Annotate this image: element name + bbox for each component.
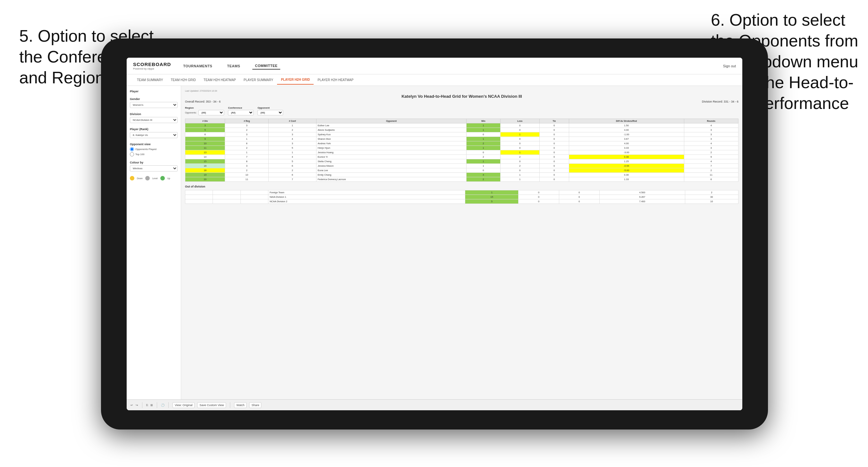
- toolbar-redo[interactable]: ↪: [136, 404, 138, 407]
- opponent-view-radio-group: Opponents Played Top 100: [130, 147, 178, 156]
- table-cell: 0: [540, 123, 569, 128]
- ood-table-cell: 5: [465, 199, 519, 204]
- ood-table-cell: [241, 195, 268, 199]
- toolbar-clock[interactable]: 🕐: [161, 404, 164, 407]
- table-cell: 4: [467, 173, 500, 177]
- legend-level-label: Level: [152, 177, 158, 180]
- toolbar-sep3: [168, 402, 169, 408]
- colour-by-section: Colour by Win/loss: [130, 161, 178, 172]
- table-cell: 4.00: [569, 142, 684, 146]
- ood-table-row: NCAA Division 25007.40010: [185, 199, 739, 204]
- nav-tournaments[interactable]: TOURNAMENTS: [181, 63, 215, 69]
- colour-by-select[interactable]: Win/loss: [130, 165, 178, 172]
- table-row: 19106Emily Chang4100.3011: [185, 173, 739, 177]
- col-reg: # Reg: [225, 119, 269, 123]
- table-cell: 2: [684, 150, 739, 155]
- subnav-player-h2h-heatmap[interactable]: PLAYER H2H HEATMAP: [314, 75, 357, 84]
- ood-table-cell: 9.267: [600, 195, 685, 199]
- ood-table-cell: 4.500: [600, 190, 685, 195]
- subnav-player-summary[interactable]: PLAYER SUMMARY: [240, 75, 277, 84]
- ood-table-row: NAIA Division 115009.26730: [185, 195, 739, 199]
- ood-table-cell: 0: [559, 199, 599, 204]
- region-label: Region: [185, 106, 224, 109]
- table-cell: 18: [185, 168, 225, 173]
- table-cell: 2: [268, 168, 316, 173]
- table-cell: 4: [268, 137, 316, 142]
- table-cell: Emily Chang: [316, 173, 467, 177]
- toolbar-copy[interactable]: ⎘: [146, 404, 148, 407]
- table-cell: 2: [467, 142, 500, 146]
- table-cell: 2: [467, 155, 500, 159]
- table-cell: 7: [684, 164, 739, 168]
- legend-down-dot: [130, 176, 134, 181]
- nav-committee[interactable]: COMMITTEE: [252, 62, 280, 69]
- toolbar-paste[interactable]: ⊞: [150, 404, 153, 407]
- ood-table-cell: NAIA Division 1: [268, 195, 465, 199]
- table-cell: 8: [225, 159, 269, 164]
- table-cell: 6: [225, 142, 269, 146]
- table-cell: 2: [225, 146, 269, 150]
- opponent-view-label: Opponent view: [130, 143, 178, 146]
- subnav-team-summary[interactable]: TEAM SUMMARY: [133, 75, 167, 84]
- table-cell: 5: [268, 146, 316, 150]
- table-cell: 0: [540, 159, 569, 164]
- ood-table-cell: 0: [519, 195, 559, 199]
- out-of-division-label: Out of division: [185, 185, 739, 188]
- table-cell: 10: [225, 173, 269, 177]
- table-cell: 1: [225, 137, 269, 142]
- region-select[interactable]: (All): [198, 110, 224, 115]
- share-btn[interactable]: Share: [249, 402, 261, 408]
- save-custom-view-btn[interactable]: Save Custom View: [197, 402, 226, 408]
- table-cell: -5.00: [569, 168, 684, 173]
- filter-row: Region Opponents: (All) Conference (All): [185, 106, 739, 115]
- subnav-team-h2h-heatmap[interactable]: TEAM H2H HEATMAP: [200, 75, 240, 84]
- table-cell: 6: [185, 132, 225, 137]
- division-select[interactable]: NCAA Division III: [130, 117, 178, 123]
- table-cell: 0: [540, 146, 569, 150]
- tablet-device: SCOREBOARD Powered by clippd TOURNAMENTS…: [101, 38, 768, 430]
- gender-select[interactable]: Women's: [130, 102, 178, 108]
- table-cell: 3: [684, 132, 739, 137]
- table-cell: 0: [467, 150, 500, 155]
- table-cell: 0: [540, 128, 569, 132]
- opponent-filter-group: Opponent (All): [257, 106, 283, 115]
- opponent-view-played[interactable]: Opponents Played: [130, 147, 178, 151]
- table-cell: 3: [684, 146, 739, 150]
- nav-sign-out[interactable]: Sign out: [723, 64, 736, 68]
- opponent-view-top100[interactable]: Top 100: [130, 152, 178, 156]
- gender-label: Gender: [130, 97, 178, 101]
- opponent-select[interactable]: (All): [257, 110, 283, 115]
- view-original-btn[interactable]: View: Original: [173, 402, 195, 408]
- legend-level-dot: [145, 176, 150, 181]
- bottom-toolbar: ↩ ↪ ⎘ ⊞ 🕐 View: Original Save Custom Vie…: [127, 399, 742, 410]
- table-cell: 0: [540, 177, 569, 182]
- table-cell: 1.33: [569, 177, 684, 182]
- table-cell: 0.30: [569, 173, 684, 177]
- table-cell: 0: [500, 168, 539, 173]
- subnav-player-h2h-grid[interactable]: PLAYER H2H GRID: [277, 75, 314, 85]
- nav-teams[interactable]: TEAMS: [224, 63, 243, 69]
- table-cell: 4.00: [569, 128, 684, 132]
- division-label: Division: [130, 113, 178, 116]
- table-cell: 3: [684, 137, 739, 142]
- ood-table-cell: 2: [685, 190, 738, 195]
- table-cell: Sydney Kuo: [316, 132, 467, 137]
- watch-btn[interactable]: Watch: [234, 402, 247, 408]
- table-cell: 19: [185, 173, 225, 177]
- subnav-team-h2h-grid[interactable]: TEAM H2H GRID: [167, 75, 200, 84]
- top-nav: SCOREBOARD Powered by clippd TOURNAMENTS…: [127, 58, 742, 74]
- table-cell: 0: [500, 159, 539, 164]
- toolbar-undo[interactable]: ↩: [130, 404, 133, 407]
- table-cell: 11: [684, 173, 739, 177]
- player-rank-select[interactable]: 8. Katelyn Vo: [130, 132, 178, 138]
- table-cell: 0: [500, 137, 539, 142]
- table-cell: 4: [684, 159, 739, 164]
- col-conf: # Conf: [268, 119, 316, 123]
- table-row: 914Sharon Mun1003.673: [185, 137, 739, 142]
- conference-select[interactable]: (All): [228, 110, 254, 115]
- table-cell: 11: [225, 177, 269, 182]
- ood-table-cell: 0: [519, 199, 559, 204]
- division-section: Division NCAA Division III: [130, 113, 178, 123]
- player-rank-section: Player (Rank) 8. Katelyn Vo: [130, 128, 178, 138]
- table-row: 1474Eunice Yi2200.389: [185, 155, 739, 159]
